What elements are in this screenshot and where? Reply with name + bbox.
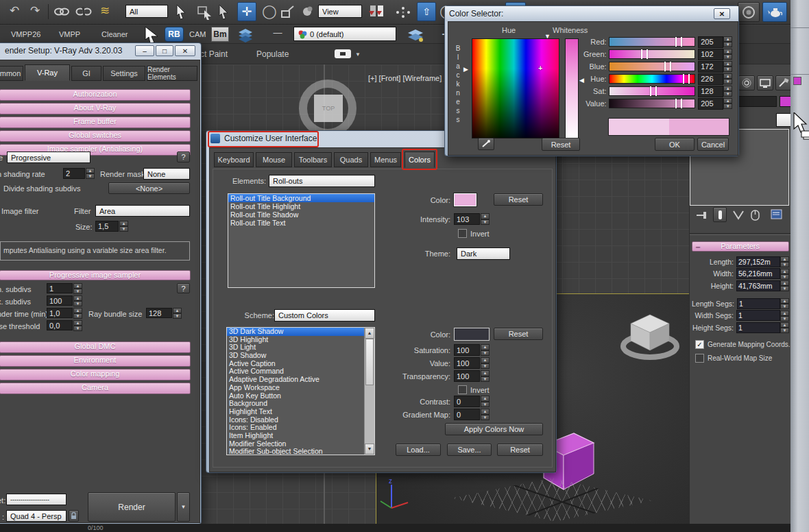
element-list-item[interactable]: Roll-out Title Highlight: [228, 202, 374, 210]
scheme-list-item[interactable]: Modifier Sub-object Selection: [227, 448, 365, 455]
ray-bundle-spinner[interactable]: ▲▼: [173, 308, 182, 318]
element-color-reset-button[interactable]: Reset: [494, 193, 543, 206]
rollout-header[interactable]: About V-Ray: [0, 103, 191, 114]
size-spinner[interactable]: ▲▼: [119, 221, 128, 232]
ribbon-object-paint[interactable]: ct Paint: [200, 49, 228, 59]
close-button[interactable]: ✕: [714, 8, 730, 19]
cs-slider-value[interactable]: 205: [698, 98, 723, 110]
tab-gi[interactable]: GI: [71, 66, 101, 81]
populate-icon[interactable]: [335, 49, 351, 58]
object-name-field[interactable]: [738, 96, 777, 107]
cs-slider-value[interactable]: 172: [698, 61, 723, 73]
viewcube-perspective[interactable]: [618, 309, 683, 364]
rollout-header[interactable]: Camera: [0, 383, 191, 394]
scroll-thumb[interactable]: [365, 339, 374, 385]
element-list-item[interactable]: Roll-out Title Text: [228, 219, 374, 227]
parameter-input[interactable]: 1: [736, 310, 780, 321]
scheme-list-container[interactable]: 3D Dark Shadow3D Highlight3D Light3D Sha…: [226, 327, 375, 455]
color-selector-titlebar[interactable]: Color Selector:: [445, 6, 738, 21]
cui-tab-keyboard[interactable]: Keyboard: [214, 152, 254, 167]
panel-tab-display-icon[interactable]: [738, 75, 755, 90]
ray-bundle-input[interactable]: 128: [146, 308, 172, 318]
invert-checkbox[interactable]: [458, 385, 467, 394]
noise-threshold-input[interactable]: 0,0: [47, 320, 73, 330]
cs-slider-value[interactable]: 128: [698, 86, 723, 97]
transparency-input[interactable]: 100: [454, 370, 480, 382]
scheme-dropdown[interactable]: Custom Colors: [274, 309, 375, 322]
scheme-color-swatch[interactable]: [454, 328, 490, 341]
make-unique-icon[interactable]: [732, 210, 745, 221]
max-subdivs-spinner[interactable]: ▲▼: [73, 295, 82, 306]
scroll-down-icon[interactable]: ▼: [365, 444, 374, 455]
panel-tab-utilities-icon[interactable]: [775, 75, 792, 90]
redo-icon[interactable]: ↷: [26, 3, 44, 18]
shelf-tab-vmpp[interactable]: VMPP: [59, 30, 80, 38]
shelf-tab-cam[interactable]: CAM: [189, 30, 206, 38]
cs-slider-spinner[interactable]: ▲▼: [723, 36, 732, 47]
rollout-header[interactable]: Authorization: [0, 89, 191, 101]
cs-slider-spinner[interactable]: ▲▼: [723, 49, 732, 60]
shading-rate-spinner[interactable]: ▲▼: [86, 168, 95, 179]
eyedropper-icon[interactable]: [478, 138, 494, 150]
scheme-color-reset-button[interactable]: Reset: [494, 328, 543, 340]
scheme-list-item[interactable]: Highlight Text: [227, 408, 365, 416]
scale-icon[interactable]: [280, 5, 296, 20]
max-subdivs-input[interactable]: 100: [47, 295, 73, 306]
elements-list[interactable]: Roll-out Title BackgroundRoll-out Title …: [228, 193, 375, 288]
parameter-spinner[interactable]: ▲▼: [780, 322, 789, 332]
cs-slider-spinner[interactable]: ▲▼: [723, 73, 732, 84]
render-time-spinner[interactable]: ▲▼: [73, 308, 82, 318]
layer-dropdown[interactable]: 0 (default): [293, 27, 396, 41]
cs-slider-spinner[interactable]: ▲▼: [723, 98, 732, 109]
theme-dropdown[interactable]: Dark: [457, 247, 510, 260]
intensity-input[interactable]: 103: [454, 213, 480, 225]
element-list-item[interactable]: Roll-out Title Background: [228, 194, 374, 202]
render-mask-none-button[interactable]: <None>: [108, 182, 190, 194]
preset-dropdown[interactable]: -------------------: [6, 494, 67, 505]
saturation-spinner[interactable]: ▲▼: [481, 344, 490, 356]
transparency-spinner[interactable]: ▲▼: [481, 370, 490, 382]
noise-threshold-spinner[interactable]: ▲▼: [73, 320, 82, 330]
render-mask-dropdown[interactable]: None: [143, 168, 190, 180]
layers-icon[interactable]: [236, 27, 256, 43]
value-spinner[interactable]: ▲▼: [481, 357, 490, 369]
rollout-header[interactable]: Environment: [0, 355, 191, 367]
link-icon[interactable]: [53, 5, 70, 18]
select-by-name-icon[interactable]: [197, 5, 213, 20]
real-world-row[interactable]: Real-World Map Size: [695, 354, 772, 363]
load-button[interactable]: Load...: [396, 444, 441, 456]
panel-tab-monitor-icon[interactable]: [757, 75, 773, 90]
minimize-button[interactable]: –: [135, 45, 154, 56]
tab-vray[interactable]: V-Ray: [25, 64, 70, 81]
cs-slider-track[interactable]: [609, 37, 696, 47]
viewport-label[interactable]: [+] [Front] [Wireframe]: [368, 74, 442, 82]
parameter-input[interactable]: 1: [737, 298, 780, 309]
cs-slider-track[interactable]: [609, 62, 696, 71]
maximize-viewport-icon[interactable]: ⇧: [417, 2, 436, 21]
pin-stack-icon[interactable]: [695, 210, 708, 221]
progressive-help-button[interactable]: ?: [177, 283, 190, 293]
cs-slider-value[interactable]: 226: [698, 73, 723, 85]
layer-stack-icon[interactable]: [406, 27, 426, 43]
tab-settings[interactable]: Settings: [103, 66, 145, 81]
rotate-icon[interactable]: ◯: [261, 3, 278, 19]
invert-checkbox[interactable]: [458, 229, 467, 238]
cs-slider-track[interactable]: [609, 49, 696, 59]
select-move-icon[interactable]: ✛: [237, 2, 256, 21]
remove-modifier-icon[interactable]: [750, 210, 761, 221]
maximize-button[interactable]: □: [156, 45, 173, 56]
cancel-button[interactable]: Cancel: [697, 138, 729, 151]
cui-tab-quads[interactable]: Quads: [334, 152, 368, 167]
parameter-spinner[interactable]: ▲▼: [780, 256, 789, 267]
bm-badge[interactable]: Bm: [211, 27, 229, 42]
rollout-header[interactable]: Frame buffer: [0, 117, 191, 128]
cs-slider-track[interactable]: [609, 86, 696, 96]
min-subdivs-input[interactable]: 1: [47, 283, 73, 293]
generate-mapping-row[interactable]: ✓ Generate Mapping Coords.: [695, 340, 790, 349]
unlink-icon[interactable]: [75, 5, 92, 18]
min-subdivs-spinner[interactable]: ▲▼: [73, 283, 82, 293]
reference-coordinate-icon[interactable]: [300, 5, 315, 20]
render-presets-icon[interactable]: [738, 2, 760, 22]
hue-blackness-field[interactable]: +: [472, 38, 559, 138]
size-input[interactable]: 1,5: [95, 221, 119, 232]
